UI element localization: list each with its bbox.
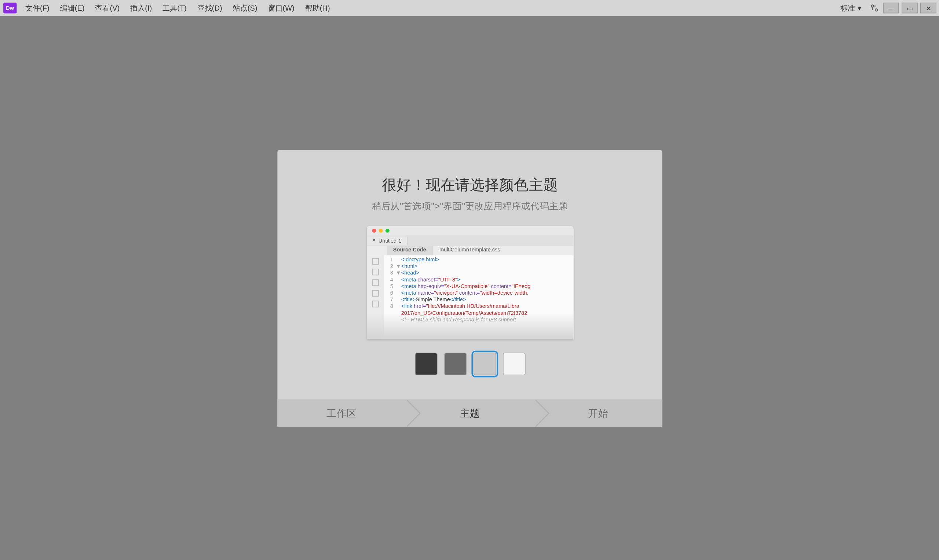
code-line: 4<meta charset="UTF-8"> xyxy=(384,277,573,283)
code-line: 1<!doctype html> xyxy=(384,257,573,263)
onboarding-dialog: 很好！现在请选择颜色主题 稍后从"首选项">"界面"更改应用程序或代码主题 ✕ … xyxy=(277,150,662,427)
tool-icon xyxy=(372,290,379,297)
theme-swatch[interactable] xyxy=(503,352,525,375)
code-line: 2▼<html> xyxy=(384,263,573,270)
preview-subtabs: Source CodemultiColumnTemplate.css xyxy=(367,246,573,255)
code-line: 7<title>Simple Theme</title> xyxy=(384,297,573,303)
code-line: 8<link href="file:///Macintosh HD/Users/… xyxy=(384,303,573,310)
code-line: 6<meta name="viewport" content="width=de… xyxy=(384,290,573,297)
close-button[interactable]: ✕ xyxy=(920,3,936,13)
traffic-light-zoom-icon xyxy=(385,229,389,233)
menu-item[interactable]: 查找(D) xyxy=(192,3,227,13)
traffic-light-minimize-icon xyxy=(379,229,382,233)
theme-swatch[interactable] xyxy=(444,352,467,375)
preview-titlebar xyxy=(367,226,573,235)
menubar: Dw 文件(F)编辑(E)查看(V)插入(I)工具(T)查找(D)站点(S)窗口… xyxy=(0,0,939,16)
menu-item[interactable]: 窗口(W) xyxy=(263,3,300,13)
menu-item[interactable]: 工具(T) xyxy=(157,3,192,13)
preview-subtab: Source Code xyxy=(387,246,433,255)
preview-code-area: 1<!doctype html>2▼<html>3▼<head>4<meta c… xyxy=(384,255,573,339)
preview-toolstrip xyxy=(367,255,384,339)
workspace-label: 标准 xyxy=(840,3,855,13)
preview-file-tabs: ✕ Untitled-1 xyxy=(367,235,573,246)
menu-item[interactable]: 站点(S) xyxy=(227,3,263,13)
theme-swatch[interactable] xyxy=(473,352,496,375)
theme-swatch[interactable] xyxy=(415,352,437,375)
preview-file-tab: ✕ Untitled-1 xyxy=(367,236,407,245)
chevron-down-icon: ▾ xyxy=(857,4,862,12)
wizard-step[interactable]: 工作区 xyxy=(277,400,406,427)
theme-preview: ✕ Untitled-1 Source CodemultiColumnTempl… xyxy=(367,226,573,339)
minimize-button[interactable]: — xyxy=(883,3,899,13)
wizard-step[interactable]: 主题 xyxy=(406,400,534,427)
tool-icon xyxy=(372,300,379,307)
code-line: <!-- HTML5 shim and Respond.js for IE8 s… xyxy=(384,317,573,323)
svg-point-0 xyxy=(871,5,873,7)
wizard-steps: 工作区主题开始 xyxy=(277,400,662,427)
code-line: 5<meta http-equiv="X-UA-Compatible" cont… xyxy=(384,283,573,290)
menu-item[interactable]: 编辑(E) xyxy=(55,3,90,13)
tool-icon xyxy=(372,258,379,265)
preview-file-tab-label: Untitled-1 xyxy=(379,237,401,243)
menu-item[interactable]: 帮助(H) xyxy=(300,3,335,13)
maximize-button[interactable]: ▭ xyxy=(902,3,918,13)
code-line: 3▼<head> xyxy=(384,270,573,277)
menu-item[interactable]: 查看(V) xyxy=(90,3,125,13)
app-icon: Dw xyxy=(3,3,17,13)
dialog-subtitle: 稍后从"首选项">"界面"更改应用程序或代码主题 xyxy=(372,201,568,213)
code-line: 2017/en_US/Configuration/Temp/Assets/eam… xyxy=(384,310,573,317)
traffic-light-close-icon xyxy=(372,229,376,233)
tool-icon xyxy=(372,279,379,286)
wizard-step[interactable]: 开始 xyxy=(534,400,663,427)
dialog-title: 很好！现在请选择颜色主题 xyxy=(382,175,558,195)
workspace-switcher[interactable]: 标准 ▾ xyxy=(836,3,866,13)
theme-swatches xyxy=(415,352,525,375)
menu-item[interactable]: 插入(I) xyxy=(125,3,157,13)
sync-settings-icon[interactable] xyxy=(868,2,880,14)
close-tab-icon: ✕ xyxy=(372,238,376,243)
menu-item[interactable]: 文件(F) xyxy=(20,3,55,13)
tool-icon xyxy=(372,269,379,275)
svg-point-1 xyxy=(875,9,877,11)
preview-subtab: multiColumnTemplate.css xyxy=(433,246,507,255)
